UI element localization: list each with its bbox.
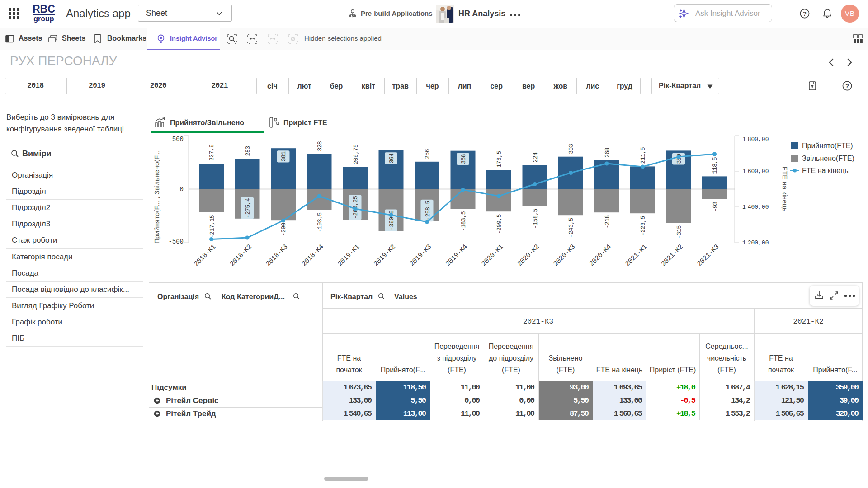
svg-text:2019-К2: 2019-К2 [372,243,397,268]
svg-text:500: 500 [172,136,184,143]
svg-text:2018-К2: 2018-К2 [228,243,253,268]
svg-text:381: 381 [281,151,288,162]
svg-text:-275,4: -275,4 [245,198,251,218]
svg-text:283: 283 [245,146,251,156]
svg-text:?: ? [845,83,849,89]
svg-text:Звільнено(FTE): Звільнено(FTE) [802,155,854,162]
svg-text:2021-К2: 2021-К2 [660,243,684,268]
svg-text:328: 328 [316,141,323,151]
svg-text:2021-К3: 2021-К3 [696,243,721,268]
svg-text:211,5: 211,5 [640,147,647,164]
svg-text:2020-К1: 2020-К1 [480,243,505,268]
svg-text:2018-К4: 2018-К4 [300,243,325,268]
svg-text:118,5: 118,5 [712,157,719,174]
svg-text:303: 303 [568,144,575,154]
svg-text:176,5: 176,5 [496,151,503,168]
svg-text:-158,5: -158,5 [532,209,539,229]
svg-text:FTE на кінець: FTE на кінець [781,166,789,211]
svg-text:1 600,00: 1 600,00 [742,168,769,175]
svg-text:-290: -290 [281,223,288,236]
svg-text:-193,5: -193,5 [316,212,323,232]
svg-text:358: 358 [460,154,467,164]
svg-text:268: 268 [604,148,611,158]
svg-text:237,9: 237,9 [209,145,216,161]
svg-text:364: 364 [388,153,395,164]
svg-text:?: ? [803,10,807,17]
svg-text:2019-К3: 2019-К3 [408,243,433,268]
svg-text:1 200,00: 1 200,00 [742,239,769,246]
svg-text:-298,5: -298,5 [425,201,431,221]
svg-text:224: 224 [532,152,539,163]
svg-text:-93: -93 [712,202,719,212]
svg-text:2019-К1: 2019-К1 [336,243,361,268]
svg-text:-226,5: -226,5 [640,216,647,236]
svg-text:-209,5: -209,5 [496,214,503,234]
svg-text:-217,15: -217,15 [209,215,216,238]
svg-text:2018-К3: 2018-К3 [264,243,289,268]
svg-text:2021-К1: 2021-К1 [624,243,649,268]
svg-text:256: 256 [425,149,431,159]
svg-text:1 400,00: 1 400,00 [742,204,769,211]
svg-text:2019-К4: 2019-К4 [444,243,469,268]
svg-text:-243,5: -243,5 [568,218,575,238]
svg-text:-218: -218 [604,215,611,228]
svg-text:2020-К3: 2020-К3 [552,243,577,268]
svg-text:-500: -500 [168,238,184,245]
svg-text:Прийнято(FTE): Прийнято(FTE) [802,142,853,150]
svg-text:FTE на кінець: FTE на кінець [802,167,849,174]
svg-text:-183,5: -183,5 [460,211,467,231]
svg-text:2020-К4: 2020-К4 [588,243,613,268]
svg-text:2020-К2: 2020-К2 [516,243,541,268]
svg-text:Прийнято(F... , Звільнено(F...: Прийнято(F... , Звільнено(F... [153,150,160,244]
svg-text:2018-К1: 2018-К1 [193,243,217,268]
svg-text:1 800,00: 1 800,00 [742,136,769,143]
svg-text:-315: -315 [676,225,683,239]
svg-text:0: 0 [180,186,184,193]
svg-text:206,75: 206,75 [353,145,359,164]
